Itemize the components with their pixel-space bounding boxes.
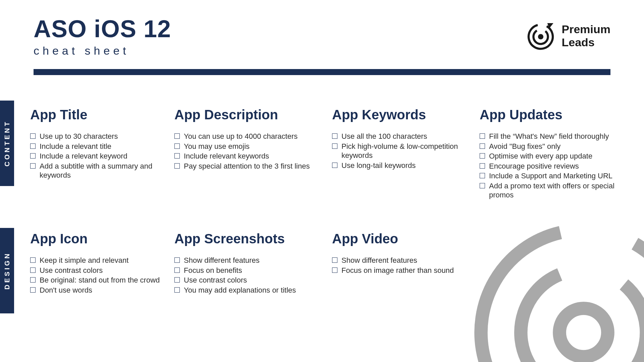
section-heading: App Icon	[30, 231, 164, 246]
section-heading: App Screenshots	[174, 231, 322, 246]
page-title: ASO iOS 12	[34, 17, 171, 41]
section-app-screenshots: App Screenshots Show different features …	[174, 231, 332, 295]
list-item: Avoid "Bug fixes" only	[480, 142, 621, 151]
list-item: Include relevant keywords	[174, 152, 322, 161]
list-item: Keep it simple and relevant	[30, 256, 164, 265]
checklist: Use all the 100 characters Pick high-vol…	[332, 132, 470, 170]
page-subtitle: cheat sheet	[34, 44, 171, 57]
list-item: Add a subtitle with a summary and keywor…	[30, 162, 164, 180]
list-item: Use contrast colors	[30, 266, 164, 275]
brand-name-line1: Premium	[562, 23, 611, 36]
side-tab-content: CONTENT	[0, 101, 14, 186]
list-item: Focus on benefits	[174, 266, 322, 275]
section-heading: App Updates	[480, 107, 621, 122]
checklist: Use up to 30 characters Include a releva…	[30, 132, 164, 180]
checklist: Fill the “What's New” field thoroughly A…	[480, 132, 621, 200]
checklist: Keep it simple and relevant Use contrast…	[30, 256, 164, 295]
svg-point-2	[538, 34, 543, 39]
divider-bar	[34, 69, 610, 75]
list-item: Use up to 30 characters	[30, 132, 164, 141]
section-app-video: App Video Show different features Focus …	[332, 231, 480, 295]
list-item: Use all the 100 characters	[332, 132, 470, 141]
list-item: Show different features	[174, 256, 322, 265]
row-design: App Icon Keep it simple and relevant Use…	[30, 231, 631, 295]
section-app-title: App Title Use up to 30 characters Includ…	[30, 107, 174, 200]
target-arrow-icon	[526, 20, 556, 52]
list-item: Add a promo text with offers or special …	[480, 181, 621, 200]
list-item: Be original: stand out from the crowd	[30, 276, 164, 285]
list-item: Encourage positive reviews	[480, 162, 621, 171]
header: ASO iOS 12 cheat sheet Premium Leads	[0, 0, 644, 57]
list-item: Focus on image rather than sound	[332, 266, 470, 275]
brand-logo: Premium Leads	[526, 20, 611, 52]
list-item: Include a relevant keyword	[30, 152, 164, 161]
checklist: Show different features Focus on image r…	[332, 256, 470, 275]
side-tab-design: DESIGN	[0, 228, 14, 313]
title-block: ASO iOS 12 cheat sheet	[34, 17, 171, 57]
section-heading: App Title	[30, 107, 164, 122]
list-item: Optimise with every app update	[480, 152, 621, 161]
brand-name: Premium Leads	[562, 23, 611, 49]
list-item: Use long-tail keywords	[332, 161, 470, 170]
brand-name-line2: Leads	[562, 36, 611, 49]
section-app-icon: App Icon Keep it simple and relevant Use…	[30, 231, 174, 295]
checklist: Show different features Focus on benefit…	[174, 256, 322, 295]
row-content: App Title Use up to 30 characters Includ…	[30, 107, 631, 200]
section-app-updates: App Updates Fill the “What's New” field …	[480, 107, 631, 200]
list-item: You may use emojis	[174, 142, 322, 151]
section-app-description: App Description You can use up to 4000 c…	[174, 107, 332, 200]
list-item: Include a Support and Marketing URL	[480, 171, 621, 181]
list-item: Fill the “What's New” field thoroughly	[480, 132, 621, 141]
section-heading: App Video	[332, 231, 470, 246]
svg-point-5	[559, 308, 608, 357]
section-heading: App Keywords	[332, 107, 470, 122]
list-item: Pay special attention to the 3 first lin…	[174, 162, 322, 171]
section-app-keywords: App Keywords Use all the 100 characters …	[332, 107, 480, 200]
list-item: Show different features	[332, 256, 470, 265]
list-item: Don't use words	[30, 286, 164, 295]
checklist: You can use up to 4000 characters You ma…	[174, 132, 322, 171]
section-empty	[480, 231, 631, 295]
side-tab-design-label: DESIGN	[3, 252, 11, 290]
section-heading: App Description	[174, 107, 322, 122]
list-item: You may add explanations or titles	[174, 286, 322, 295]
list-item: Include a relevant title	[30, 142, 164, 151]
side-tab-content-label: CONTENT	[3, 120, 11, 167]
list-item: You can use up to 4000 characters	[174, 132, 322, 141]
list-item: Use contrast colors	[174, 276, 322, 285]
list-item: Pick high-volume & low-competition keywo…	[332, 142, 470, 160]
